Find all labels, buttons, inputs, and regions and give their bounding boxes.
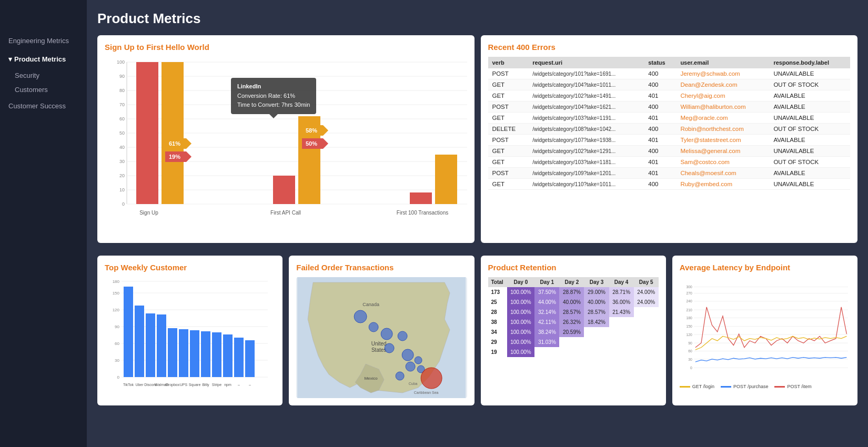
svg-text:npm: npm — [224, 383, 231, 387]
retention-cell: 100.00% — [507, 287, 535, 297]
cell-verb: POST — [488, 101, 529, 113]
cell-label: AVAILABLE — [769, 90, 850, 101]
svg-text:240: 240 — [686, 299, 692, 303]
retention-row: 29100.00%31.03% — [488, 337, 659, 347]
retention-cell: 100.00% — [507, 347, 535, 357]
svg-text:300: 300 — [686, 285, 692, 289]
svg-text:Square: Square — [189, 383, 201, 387]
svg-text:Caribbean Sea: Caribbean Sea — [414, 391, 439, 394]
table-row: POST /widgets/category/109?take=1201... … — [488, 168, 851, 179]
svg-point-85 — [415, 357, 422, 364]
retention-cell: 29.00% — [584, 287, 609, 297]
map-title: Failed Order Transactions — [296, 263, 467, 272]
map-svg: Canada United States Mexico Cuba Caribbe… — [296, 277, 467, 398]
svg-text:70: 70 — [119, 102, 125, 107]
retention-cell: 100.00% — [507, 297, 535, 307]
retention-cell: 24.00% — [634, 287, 659, 297]
svg-text:120: 120 — [113, 308, 120, 312]
retention-cell: 26.32% — [559, 317, 584, 327]
cell-status: 400 — [644, 179, 676, 190]
svg-point-88 — [396, 372, 404, 380]
svg-text:30: 30 — [115, 358, 119, 363]
svg-text:90: 90 — [119, 74, 125, 79]
cell-label: UNAVAILABLE — [769, 68, 850, 79]
table-row: DELETE /widgets/category/108?take=1042..… — [488, 124, 851, 135]
bottom-grid: Top Weekly Customer 0 30 60 90 120 — [97, 256, 857, 405]
cell-label: UNAVAILABLE — [769, 179, 850, 190]
table-row: GET /widgets/category/103?take=1191... 4… — [488, 113, 851, 124]
col-label: response.body.label — [769, 57, 850, 68]
svg-text:First 100 Transactions: First 100 Transactions — [397, 210, 448, 216]
svg-text:30: 30 — [688, 358, 692, 361]
top-grid: Sign Up to First Hello World LinkedIn Co… — [97, 35, 857, 249]
cell-email: Meg@oracle.com — [676, 113, 769, 124]
sidebar-item-security[interactable]: Security — [0, 68, 87, 83]
svg-text:10: 10 — [119, 187, 125, 192]
latency-title: Average Latency by Endpoint — [680, 263, 850, 272]
svg-rect-50 — [146, 313, 155, 377]
svg-text:Sign Up: Sign Up — [139, 210, 158, 216]
retention-col-d1: Day 1 — [534, 277, 559, 287]
retention-cell: 31.03% — [534, 337, 559, 347]
retention-cell: 40.00% — [559, 297, 584, 307]
cell-status: 401 — [644, 157, 676, 168]
retention-total: 38 — [488, 317, 507, 327]
retention-cell-empty — [634, 317, 659, 327]
retention-col-d3: Day 3 — [584, 277, 609, 287]
retention-total: 25 — [488, 297, 507, 307]
cell-uri: /widgets/category/103?take=1191... — [528, 113, 644, 124]
svg-text:First API Call: First API Call — [270, 210, 301, 216]
svg-text:40: 40 — [119, 145, 125, 150]
legend-post-purchase-label: POST /purchase — [733, 384, 768, 389]
retention-cell: 42.11% — [534, 317, 559, 327]
retention-cell-empty — [609, 327, 634, 337]
latency-card: Average Latency by Endpoint 0 — [672, 256, 857, 405]
retention-cell: 44.00% — [534, 297, 559, 307]
svg-point-83 — [385, 343, 394, 353]
svg-text:0: 0 — [122, 201, 125, 207]
retention-total: 28 — [488, 307, 507, 317]
cell-uri: /widgets/category/102?take=1291... — [528, 146, 644, 157]
retention-cell: 100.00% — [507, 337, 535, 347]
bar-tx-orange — [435, 155, 457, 204]
sidebar-item-customers[interactable]: Customers — [0, 83, 87, 97]
svg-text:100: 100 — [117, 59, 125, 65]
retention-cell: 20.59% — [559, 327, 584, 337]
errors-table: verb request.uri status user.email respo… — [488, 57, 851, 190]
weekly-chart-svg: 0 30 60 90 120 150 180 — [105, 277, 275, 398]
svg-text:Stripe: Stripe — [212, 383, 221, 387]
retention-row: 173100.00%37.50%28.87%29.00%28.71%24.00% — [488, 287, 659, 297]
svg-text:120: 120 — [686, 333, 692, 337]
map-container: Canada United States Mexico Cuba Caribbe… — [296, 277, 467, 398]
cell-email: Sam@costco.com — [676, 157, 769, 168]
sidebar-item-product-metrics[interactable]: ▾ Product Metrics — [0, 50, 87, 68]
retention-col-d2: Day 2 — [559, 277, 584, 287]
retention-row: 25100.00%44.00%40.00%40.00%36.00%24.00% — [488, 297, 659, 307]
retention-cell: 100.00% — [507, 307, 535, 317]
cell-email: Cheals@moesif.com — [676, 168, 769, 179]
svg-text:180: 180 — [686, 316, 692, 320]
sidebar-item-engineering-metrics[interactable]: Engineering Metrics — [0, 32, 87, 50]
svg-rect-56 — [212, 332, 221, 377]
cell-status: 400 — [644, 101, 676, 113]
signup-chart-title: Sign Up to First Hello World — [105, 43, 467, 52]
cell-verb: GET — [488, 179, 529, 190]
cell-uri: /widgets/category/104?take=1621... — [528, 101, 644, 113]
signup-chart-card: Sign Up to First Hello World LinkedIn Co… — [97, 35, 475, 243]
svg-rect-54 — [190, 330, 199, 377]
bar-tx-red — [410, 192, 432, 204]
svg-point-79 — [354, 310, 367, 323]
cell-uri: /widgets/category/109?take=1201... — [528, 168, 644, 179]
retention-cell-empty — [634, 337, 659, 347]
retention-cell: 28.57% — [559, 307, 584, 317]
svg-rect-55 — [201, 331, 210, 377]
sidebar-item-customer-success[interactable]: Customer Success — [0, 97, 87, 115]
bar-signup-red — [136, 62, 158, 204]
col-uri: request.uri — [528, 57, 644, 68]
cell-email: Tyler@statestreet.com — [676, 135, 769, 146]
weekly-bar-chart: 0 30 60 90 120 150 180 — [105, 277, 275, 393]
svg-text:60: 60 — [119, 116, 125, 121]
retention-col-d0: Day 0 — [507, 277, 535, 287]
weekly-customer-title: Top Weekly Customer — [105, 263, 275, 272]
retention-cell-empty — [609, 337, 634, 347]
